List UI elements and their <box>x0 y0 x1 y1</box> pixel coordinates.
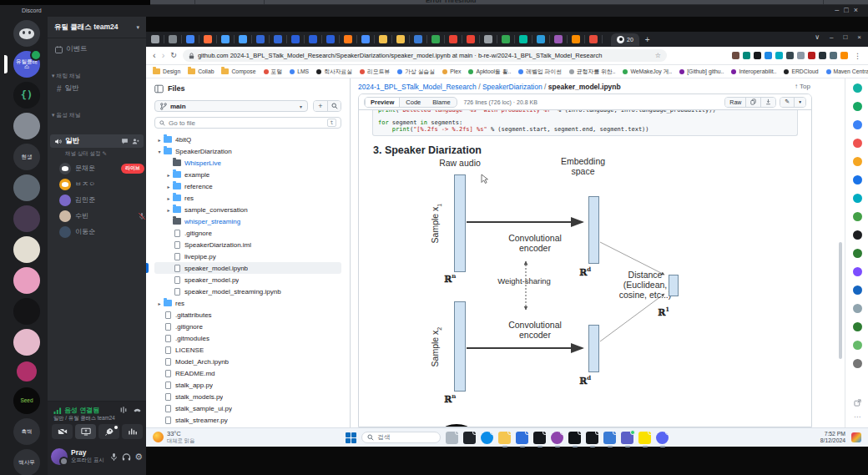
extension-icon[interactable] <box>743 52 750 59</box>
side-panel-app-icon[interactable] <box>853 341 862 350</box>
system-tray-icon[interactable] <box>851 432 861 442</box>
start-button[interactable] <box>346 432 356 443</box>
side-panel-app-icon[interactable] <box>853 304 862 313</box>
tab-preview[interactable]: Preview <box>365 98 400 107</box>
tree-row[interactable]: Model_Arch.ipynb <box>154 356 341 367</box>
browser-tab[interactable] <box>467 35 475 43</box>
tree-row[interactable]: .gitignore <box>154 227 341 239</box>
taskbar-app-icon[interactable] <box>463 432 476 444</box>
side-panel-app-icon[interactable] <box>853 175 862 184</box>
tree-row[interactable]: ▾ SpeakerDiarization <box>154 145 341 157</box>
browser-tab[interactable] <box>151 35 159 43</box>
side-panel-app-icon[interactable] <box>853 139 862 148</box>
server-icon[interactable] <box>17 361 37 382</box>
browser-close-icon[interactable]: × <box>857 33 861 41</box>
side-panel-app-icon[interactable] <box>853 120 862 129</box>
sidebar-item-events[interactable]: 이벤트 <box>55 44 88 54</box>
active-tab[interactable]: 20 <box>611 33 639 46</box>
browser-tab[interactable] <box>414 35 422 43</box>
browser-tab[interactable] <box>502 35 510 43</box>
taskbar-app-icon[interactable] <box>656 432 669 444</box>
server-icon[interactable] <box>13 236 40 263</box>
extension-icon[interactable] <box>732 52 739 59</box>
browser-tab[interactable] <box>309 35 317 43</box>
raw-button[interactable]: Raw <box>725 98 745 107</box>
side-panel-app-icon[interactable] <box>853 286 862 295</box>
search-files-button[interactable] <box>327 101 341 111</box>
tree-row[interactable]: ▸ res <box>154 297 341 309</box>
taskbar-clock[interactable]: 7:52 PM 8/12/2024 <box>820 431 845 445</box>
category-voice-channels[interactable]: ▾ 음성 채널 <box>52 111 81 119</box>
new-tab-button[interactable]: + <box>645 35 650 44</box>
breadcrumb-dir[interactable]: SpeakerDiarization <box>482 83 542 91</box>
tree-row[interactable]: README.md <box>154 367 341 379</box>
gear-icon[interactable]: ⚙ <box>134 452 143 462</box>
tree-row[interactable]: .gitmodules <box>154 332 341 344</box>
bookmark[interactable]: Plex <box>442 68 461 74</box>
tree-row[interactable]: LICENSE <box>154 344 341 356</box>
server-icon[interactable] <box>13 205 40 232</box>
server-icon[interactable]: 백사무 <box>13 449 40 475</box>
server-icon[interactable] <box>13 20 40 47</box>
download-icon[interactable] <box>760 98 775 107</box>
extension-icon[interactable] <box>786 52 794 59</box>
voice-member[interactable]: 김민준 <box>59 192 146 208</box>
server-icon[interactable]: Seed <box>13 387 40 414</box>
side-panel-app-icon[interactable] <box>853 230 862 240</box>
maximize-icon[interactable]: □ <box>844 6 853 14</box>
activities-button[interactable] <box>98 424 119 439</box>
extension-icon[interactable] <box>754 52 761 59</box>
tree-row[interactable]: .gitignore <box>154 321 341 332</box>
side-panel-app-icon[interactable] <box>853 212 862 221</box>
server-icon[interactable] <box>13 174 40 201</box>
taskbar-app-icon[interactable] <box>498 432 511 444</box>
tree-row[interactable]: ▸ example <box>154 169 341 180</box>
browser-tab[interactable] <box>589 35 598 43</box>
browser-tab[interactable] <box>344 35 352 43</box>
mic-icon[interactable] <box>109 452 119 462</box>
reload-icon[interactable]: ↻ <box>170 52 177 59</box>
screenshare-button[interactable] <box>75 424 96 439</box>
server-icon[interactable] <box>13 298 40 325</box>
breadcrumb-repo[interactable]: 2024-1_BPL_STalk_Model_Research <box>358 83 477 91</box>
taskbar-app-icon[interactable] <box>603 432 616 444</box>
browser-tab[interactable] <box>431 35 440 43</box>
bookmark[interactable]: 균형자를 위한.. <box>569 68 615 76</box>
tree-row[interactable]: stalk_sample_ui.py <box>154 402 341 414</box>
taskbar-app-icon[interactable] <box>446 432 458 444</box>
server-icon[interactable] <box>13 267 40 294</box>
back-to-top-link[interactable]: ↑ Top <box>795 83 810 90</box>
goto-file-input[interactable]: Go to file t <box>154 117 341 129</box>
browser-tab[interactable] <box>361 35 370 43</box>
tab-code[interactable]: Code <box>400 98 426 107</box>
extension-icon[interactable] <box>765 52 772 59</box>
browser-tab[interactable] <box>537 35 545 43</box>
browser-tab[interactable] <box>484 35 492 43</box>
browser-tab[interactable] <box>379 35 387 43</box>
taskbar-app-icon[interactable] <box>533 432 546 444</box>
bookmark[interactable]: [Github] githu.. <box>679 68 724 74</box>
voice-member[interactable]: 수빈 <box>59 208 146 224</box>
voice-status-setting[interactable]: 채널 상태 설정 ✎ <box>65 150 107 158</box>
bookmark[interactable]: 리모트뷰 <box>360 68 390 76</box>
side-panel-app-icon[interactable] <box>853 102 862 111</box>
tab-blame[interactable]: Blame <box>426 98 456 107</box>
extension-icon[interactable] <box>775 52 783 59</box>
bookmark[interactable]: 가상 실습실 <box>397 68 435 76</box>
browser-tab[interactable] <box>326 35 335 43</box>
taskbar-app-icon[interactable] <box>568 432 581 444</box>
bookmark[interactable]: 레벨업 파이썬 <box>518 68 562 76</box>
side-panel-app-icon[interactable] <box>853 249 862 258</box>
bookmark[interactable]: Apktool을 활.. <box>468 68 511 76</box>
page-scrollbar[interactable] <box>839 242 842 359</box>
voice-member[interactable]: 이동순 <box>59 224 146 240</box>
new-file-button[interactable]: + <box>314 101 327 111</box>
tree-row[interactable]: stalk_app.py <box>154 379 341 391</box>
browser-tab[interactable] <box>186 35 194 43</box>
bookmark[interactable]: Interoperabilit.. <box>731 68 776 74</box>
tree-row[interactable]: speaker_model.py <box>154 274 341 286</box>
tree-row[interactable]: whisper_streaming <box>154 215 341 227</box>
user-avatar[interactable] <box>51 448 68 465</box>
category-text-channels[interactable]: ▾ 채팅 채널 <box>52 72 81 80</box>
tree-row[interactable]: stalk_models.py <box>154 391 341 402</box>
